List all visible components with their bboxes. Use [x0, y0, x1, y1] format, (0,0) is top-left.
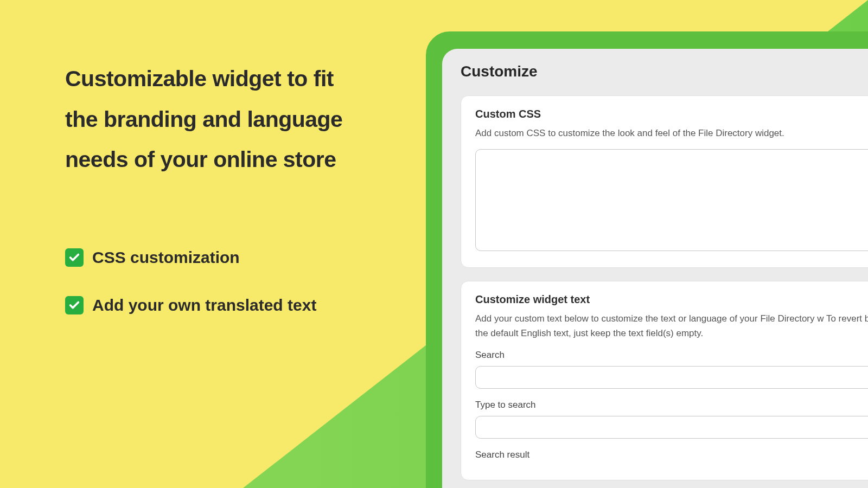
feature-css-customization: CSS customization: [65, 248, 358, 267]
app-screen: Customize Custom CSS Add custom CSS to c…: [442, 49, 868, 488]
type-to-search-label: Type to search: [475, 400, 868, 410]
widget-text-card: Customize widget text Add your custom te…: [461, 281, 868, 480]
custom-css-description: Add custom CSS to customize the look and…: [475, 126, 868, 140]
check-icon: [65, 248, 84, 267]
custom-css-heading: Custom CSS: [475, 108, 868, 120]
custom-css-card: Custom CSS Add custom CSS to customize t…: [461, 95, 868, 268]
marketing-copy: Customizable widget to fit the branding …: [65, 59, 358, 344]
headline: Customizable widget to fit the branding …: [65, 59, 358, 180]
search-input[interactable]: [475, 366, 868, 389]
feature-list: CSS customization Add your own translate…: [65, 248, 358, 314]
search-result-label: Search result: [475, 450, 868, 460]
widget-text-description: Add your custom text below to customize …: [475, 311, 868, 341]
feature-label: CSS customization: [92, 248, 240, 267]
device-frame: Customize Custom CSS Add custom CSS to c…: [426, 31, 868, 488]
type-to-search-input[interactable]: [475, 416, 868, 439]
feature-label: Add your own translated text: [92, 296, 316, 314]
widget-text-heading: Customize widget text: [475, 293, 868, 306]
feature-translated-text: Add your own translated text: [65, 296, 358, 314]
search-label: Search: [475, 350, 868, 361]
page-title: Customize: [461, 63, 868, 80]
custom-css-input[interactable]: [475, 149, 868, 251]
check-icon: [65, 296, 84, 314]
